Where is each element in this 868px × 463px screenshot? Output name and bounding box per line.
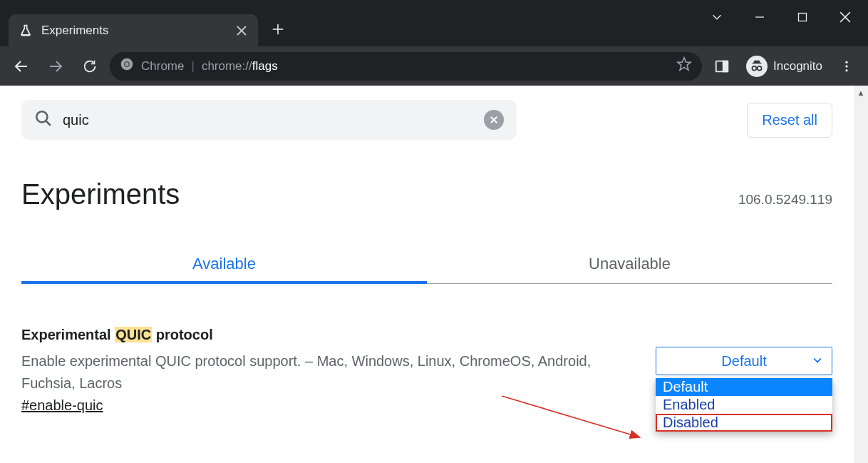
reload-button[interactable] [76,52,104,81]
flags-search-box[interactable] [21,100,517,140]
flask-icon [19,24,33,38]
omnibox-separator: | [191,59,194,73]
svg-rect-16 [723,61,728,71]
page-viewport: Reset all Experiments 106.0.5249.119 Ava… [0,86,854,463]
svg-rect-5 [799,14,807,21]
address-bar[interactable]: Chrome | chrome://flags [110,52,702,81]
site-chrome-icon [120,57,134,75]
flag-select-dropdown: Default Enabled Disabled [656,378,832,432]
window-controls [696,3,867,31]
svg-point-20 [845,61,847,63]
search-icon [34,109,53,131]
forward-button[interactable] [41,52,70,81]
new-tab-button[interactable] [264,15,292,44]
flag-anchor-link[interactable]: #enable-quic [21,397,103,414]
clear-search-icon[interactable] [484,110,504,130]
chrome-version: 106.0.5249.119 [738,192,832,208]
svg-point-12 [125,62,128,66]
svg-point-22 [845,69,847,71]
browser-tab[interactable]: Experiments [9,14,258,46]
close-tab-icon[interactable] [235,24,248,37]
svg-point-17 [752,66,756,70]
flag-body: Experimental QUIC protocol Enable experi… [21,327,634,414]
back-button[interactable] [7,52,36,81]
close-window-button[interactable] [824,3,867,31]
search-row: Reset all [21,100,832,140]
vertical-scrollbar[interactable]: ▲ [854,86,868,463]
browser-toolbar: Chrome | chrome://flags Incognito [0,46,868,86]
dropdown-option-default[interactable]: Default [656,378,832,396]
omnibox-url: chrome://flags [202,59,278,73]
browser-menu-button[interactable] [832,52,861,81]
search-tabs-button[interactable] [696,3,738,31]
flag-entry: Experimental QUIC protocol Enable experi… [21,327,832,414]
flag-select-value: Default [721,353,766,370]
maximize-button[interactable] [781,3,824,31]
flag-title: Experimental QUIC protocol [21,327,634,343]
tab-strip: Experiments [0,0,696,46]
minimize-button[interactable] [738,3,781,31]
svg-point-21 [845,65,847,67]
flag-description: Enable experimental QUIC protocol suppor… [21,350,634,395]
svg-point-18 [758,66,762,70]
svg-marker-13 [678,58,691,70]
flag-control: Default Default Enabled Disabled [656,347,832,375]
chevron-down-icon [812,353,823,370]
tab-unavailable[interactable]: Unavailable [427,245,832,283]
page-title: Experiments [21,178,180,210]
svg-line-24 [46,121,50,125]
bookmark-star-icon[interactable] [676,56,692,76]
reset-all-button[interactable]: Reset all [747,103,832,138]
page-header: Experiments 106.0.5249.119 [21,178,832,210]
scroll-up-arrow-icon[interactable]: ▲ [854,86,868,100]
dropdown-option-enabled[interactable]: Enabled [656,396,832,414]
side-panel-button[interactable] [708,52,736,81]
tab-title: Experiments [41,24,227,38]
flags-tabs: Available Unavailable [21,245,832,284]
incognito-icon [746,56,768,77]
incognito-indicator[interactable]: Incognito [742,56,827,77]
dropdown-option-disabled[interactable]: Disabled [656,414,832,432]
svg-point-23 [36,111,47,122]
tab-available[interactable]: Available [21,245,427,283]
incognito-label: Incognito [773,59,822,73]
flags-search-input[interactable] [63,112,474,128]
browser-titlebar: Experiments [0,0,868,46]
omnibox-scheme-label: Chrome [141,59,184,73]
flag-select[interactable]: Default [656,347,832,375]
